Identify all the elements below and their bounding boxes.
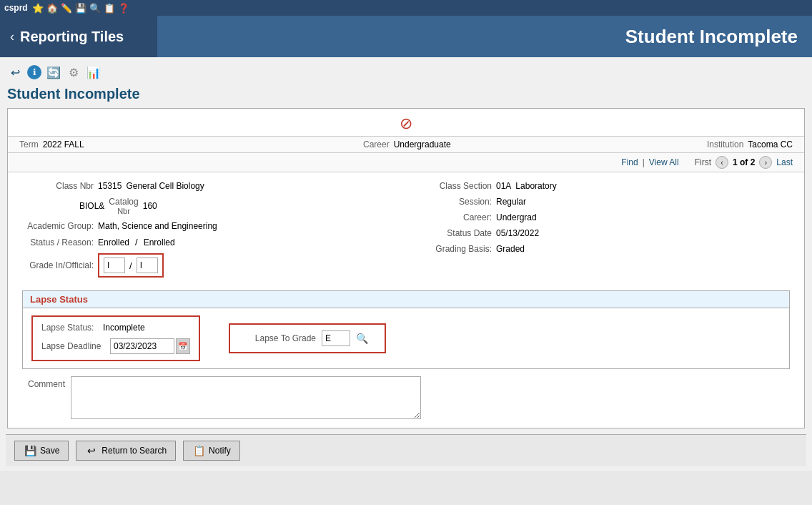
lapse-deadline-input[interactable] — [110, 338, 174, 354]
toolbar-settings-icon[interactable]: ⚙ — [66, 64, 81, 80]
grading-basis-row: Grading Basis: Graded — [420, 244, 790, 254]
header: ‹ Reporting Tiles Student Incomplete — [0, 16, 812, 57]
form-body: Class Nbr 15315 General Cell Biology BIO… — [8, 172, 804, 428]
class-nbr-value: 15315 — [98, 181, 122, 191]
chevron-left-icon: ‹ — [10, 29, 14, 44]
career-value: Undergraduate — [394, 139, 451, 149]
career-label: Career — [363, 139, 390, 149]
lapse-section-body: Lapse Status: Incomplete Lapse Deadline … — [23, 308, 789, 368]
lapse-deadline-group: 📅 — [110, 338, 190, 354]
grade-official-input[interactable] — [137, 258, 158, 273]
right-column: Class Section 01A Laboratory Session: Re… — [420, 181, 790, 283]
block-indicator-row: ⊘ — [8, 109, 804, 137]
nav-panel-button[interactable]: ‹ Reporting Tiles — [0, 16, 157, 57]
block-icon: ⊘ — [400, 114, 412, 133]
header-page-title: Student Incomplete — [157, 16, 812, 57]
class-section-type: Laboratory — [515, 181, 556, 191]
page-current: 1 of 2 — [733, 157, 755, 167]
class-nbr-row: Class Nbr 15315 General Cell Biology — [22, 181, 392, 191]
prev-page-btn[interactable]: ‹ — [716, 156, 728, 169]
lapse-status-row: Lapse Status: Incomplete — [41, 323, 190, 333]
lapse-left-box: Lapse Status: Incomplete Lapse Deadline … — [31, 315, 200, 361]
term-value: 2022 FALL — [43, 139, 84, 149]
term-label: Term — [19, 139, 39, 149]
form-header-row: Term 2022 FALL Career Undergraduate Inst… — [8, 137, 804, 153]
next-page-btn[interactable]: › — [759, 156, 772, 169]
status-reason-label: Status / Reason: — [22, 237, 94, 247]
find-link[interactable]: Find — [621, 157, 638, 167]
pagination-row: Find | View All First ‹ 1 of 2 › Last — [8, 153, 804, 172]
two-col-layout: Class Nbr 15315 General Cell Biology BIO… — [22, 181, 790, 283]
status-value: Enrolled — [98, 237, 129, 247]
status-date-value: 05/13/2022 — [496, 228, 539, 238]
save-top-icon[interactable]: 💾 — [75, 2, 86, 14]
lapse-grade-search-icon[interactable]: 🔍 — [356, 333, 368, 344]
page-subtitle: Student Incomplete — [6, 83, 806, 108]
notify-label: Notify — [209, 446, 231, 456]
catalog-row: BIOL& Catalog Nbr 160 — [79, 197, 392, 215]
notify-button[interactable]: 📋 Notify — [183, 441, 240, 461]
lapse-status-section: Lapse Status Lapse Status: Incomplete La… — [22, 290, 790, 369]
lapse-deadline-row: Lapse Deadline 📅 — [41, 338, 190, 354]
comment-label: Comment — [22, 376, 65, 389]
academic-group-row: Academic Group: Math, Science and Engine… — [22, 221, 392, 231]
lapse-to-grade-label: Lapse To Grade — [244, 333, 316, 343]
session-label: Session: — [420, 197, 492, 207]
nav-panel-title: Reporting Tiles — [20, 29, 124, 45]
bottom-action-bar: 💾 Save ↩ Return to Search 📋 Notify — [6, 434, 806, 466]
last-link[interactable]: Last — [776, 157, 793, 167]
lapse-right-box: Lapse To Grade 🔍 — [229, 323, 386, 353]
toolbar-refresh-icon[interactable]: 🔄 — [46, 64, 61, 80]
class-section-value: 01A — [496, 181, 511, 191]
toolbar-info-icon[interactable]: ℹ — [27, 65, 41, 79]
lapse-status-value: Incomplete — [103, 323, 145, 333]
lapse-to-grade-input[interactable] — [322, 330, 350, 346]
home-icon[interactable]: 🏠 — [46, 2, 58, 14]
term-field: Term 2022 FALL — [19, 139, 363, 149]
class-nbr-label: Class Nbr — [22, 181, 94, 191]
grade-official-label: Grade In/Official: — [22, 260, 94, 270]
top-bar: csprd ⭐ 🏠 ✏️ 💾 🔍 📋 ❓ — [0, 0, 812, 16]
save-icon: 💾 — [24, 444, 36, 457]
status-date-row: Status Date 05/13/2022 — [420, 228, 790, 238]
career-field: Career Undergraduate — [363, 139, 707, 149]
institution-value: Tacoma CC — [748, 139, 793, 149]
top-bar-icons: ⭐ 🏠 ✏️ 💾 🔍 📋 ❓ — [32, 2, 129, 14]
save-label: Save — [40, 446, 59, 456]
toolbar: ↩ ℹ 🔄 ⚙ 📊 — [6, 62, 806, 83]
username-label: csprd — [4, 3, 28, 13]
catalog-value: 160 — [143, 201, 157, 211]
grade-official-row: Grade In/Official: / — [22, 253, 392, 278]
academic-group-value: Math, Science and Engineering — [98, 221, 217, 231]
institution-field: Institution Tacoma CC — [707, 139, 793, 149]
grading-basis-label: Grading Basis: — [420, 244, 492, 254]
view-all-link[interactable]: View All — [649, 157, 679, 167]
lapse-deadline-label: Lapse Deadline — [41, 341, 106, 351]
lapse-section-header: Lapse Status — [23, 291, 789, 308]
grade-in-input[interactable] — [104, 258, 125, 273]
help-icon[interactable]: ❓ — [118, 2, 129, 14]
notify-icon: 📋 — [192, 444, 205, 457]
grading-basis-value: Graded — [496, 244, 525, 254]
clipboard-icon[interactable]: 📋 — [104, 2, 115, 14]
return-icon: ↩ — [85, 444, 98, 457]
save-button[interactable]: 💾 Save — [14, 441, 69, 461]
catalog-prefix: BIOL& — [79, 201, 104, 211]
return-to-search-button[interactable]: ↩ Return to Search — [76, 441, 176, 461]
catalog-sublabel: Nbr — [117, 207, 130, 215]
comment-row: Comment — [22, 376, 790, 419]
career-field-value: Undergrad — [496, 212, 537, 222]
session-value: Regular — [496, 197, 526, 207]
status-reason-row: Status / Reason: Enrolled / Enrolled — [22, 237, 392, 247]
edit-icon[interactable]: ✏️ — [61, 2, 72, 14]
toolbar-chart-icon[interactable]: 📊 — [86, 64, 102, 80]
star-icon[interactable]: ⭐ — [32, 2, 44, 14]
career-detail-row: Career: Undergrad — [420, 212, 790, 222]
calendar-icon-btn[interactable]: 📅 — [176, 338, 190, 354]
search-top-icon[interactable]: 🔍 — [89, 2, 101, 14]
class-section-label: Class Section — [420, 181, 492, 191]
institution-label: Institution — [707, 139, 743, 149]
career-field-label: Career: — [420, 212, 492, 222]
comment-textarea[interactable] — [71, 376, 421, 419]
toolbar-back-icon[interactable]: ↩ — [7, 64, 23, 80]
